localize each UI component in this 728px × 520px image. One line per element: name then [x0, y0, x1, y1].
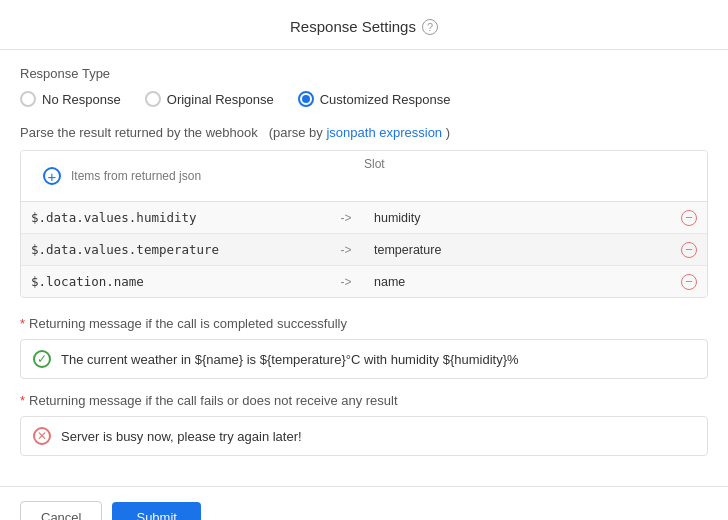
action-column-header: [661, 157, 697, 195]
cancel-button[interactable]: Cancel: [20, 501, 102, 520]
success-icon: ✓: [33, 350, 51, 368]
failure-message-box: ✕ Server is busy now, please try again l…: [20, 416, 708, 456]
table-row: $.data.values.temperature -> temperature…: [21, 234, 707, 266]
table-row: $.data.values.humidity -> humidity −: [21, 202, 707, 234]
remove-icon-1: −: [681, 242, 697, 258]
remove-row-2-button[interactable]: −: [671, 268, 707, 296]
submit-button[interactable]: Submit: [112, 502, 200, 520]
error-icon: ✕: [33, 427, 51, 445]
success-message-text: The current weather in ${name} is ${temp…: [61, 352, 519, 367]
json-mapping-table: + Items from returned json Slot $.data.v…: [20, 150, 708, 298]
success-message-box: ✓ The current weather in ${name} is ${te…: [20, 339, 708, 379]
arrow-column-header: [328, 157, 364, 195]
arrow-cell-1: ->: [328, 235, 364, 265]
remove-icon-0: −: [681, 210, 697, 226]
radio-no-response[interactable]: No Response: [20, 91, 121, 107]
remove-row-0-button[interactable]: −: [671, 204, 707, 232]
response-settings-dialog: Response Settings ? Response Type No Res…: [0, 0, 728, 520]
radio-circle-no-response: [20, 91, 36, 107]
path-cell-2: $.location.name: [21, 266, 328, 297]
failure-message-text: Server is busy now, please try again lat…: [61, 429, 302, 444]
response-type-label: Response Type: [20, 66, 708, 81]
radio-original-response[interactable]: Original Response: [145, 91, 274, 107]
help-icon[interactable]: ?: [422, 19, 438, 35]
radio-circle-original-response: [145, 91, 161, 107]
required-star-success: *: [20, 316, 25, 331]
dialog-footer: Cancel Submit: [0, 486, 728, 520]
path-cell-0: $.data.values.humidity: [21, 202, 328, 233]
dialog-title: Response Settings: [290, 18, 416, 35]
arrow-cell-2: ->: [328, 267, 364, 297]
path-cell-1: $.data.values.temperature: [21, 234, 328, 265]
table-add-row: + Items from returned json: [31, 157, 328, 195]
radio-label-original-response: Original Response: [167, 92, 274, 107]
required-star-failure: *: [20, 393, 25, 408]
radio-circle-customized-response: [298, 91, 314, 107]
parse-section: Parse the result returned by the webhook…: [20, 125, 708, 298]
jsonpath-link[interactable]: jsonpath expression: [326, 125, 442, 140]
add-row-button[interactable]: +: [33, 161, 71, 191]
parse-label: Parse the result returned by the webhook…: [20, 125, 708, 140]
items-column-header: Items from returned json: [71, 169, 201, 183]
table-header-row: + Items from returned json Slot: [21, 151, 707, 202]
radio-label-customized-response: Customized Response: [320, 92, 451, 107]
remove-icon-2: −: [681, 274, 697, 290]
slot-column-header: Slot: [364, 157, 661, 195]
dialog-content: Response Type No Response Original Respo…: [0, 50, 728, 486]
dialog-header: Response Settings ?: [0, 0, 728, 50]
success-message-label: * Returning message if the call is compl…: [20, 316, 708, 331]
arrow-cell-0: ->: [328, 203, 364, 233]
remove-row-1-button[interactable]: −: [671, 236, 707, 264]
radio-customized-response[interactable]: Customized Response: [298, 91, 451, 107]
add-icon: +: [43, 167, 61, 185]
slot-cell-1: temperature: [364, 235, 671, 265]
response-type-group: No Response Original Response Customized…: [20, 91, 708, 107]
slot-cell-2: name: [364, 267, 671, 297]
radio-label-no-response: No Response: [42, 92, 121, 107]
failure-message-section: * Returning message if the call fails or…: [20, 393, 708, 456]
success-message-section: * Returning message if the call is compl…: [20, 316, 708, 379]
failure-message-label: * Returning message if the call fails or…: [20, 393, 708, 408]
table-row: $.location.name -> name −: [21, 266, 707, 297]
slot-cell-0: humidity: [364, 203, 671, 233]
